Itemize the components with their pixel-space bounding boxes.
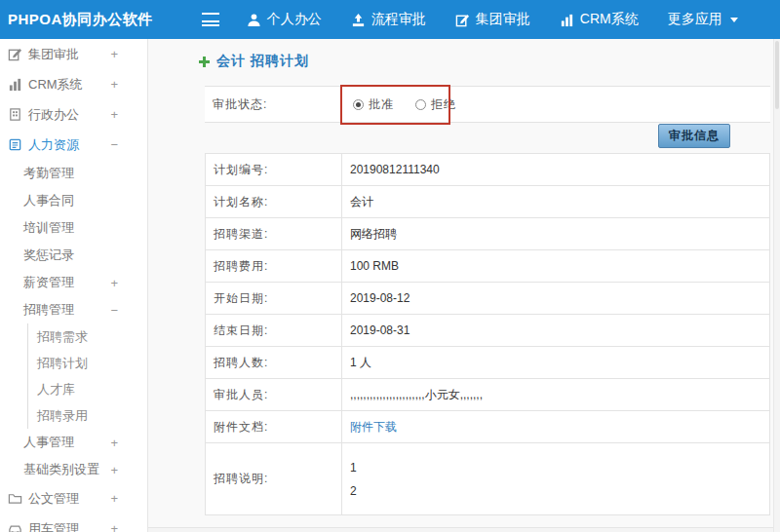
nav-label: 个人办公 (267, 11, 322, 28)
edit-icon (455, 13, 470, 27)
sidebar-item-base-category[interactable]: 基础类别设置 + (0, 456, 147, 483)
nav-label: 更多应用 (668, 11, 722, 28)
sidebar-item-label: 人力资源 (28, 136, 79, 154)
chart-icon (8, 77, 22, 92)
radio-label: 拒绝 (431, 96, 456, 113)
sidebar-item-label: 人才库 (37, 381, 75, 399)
caret-down-icon (730, 18, 738, 22)
field-label: 计划编号: (206, 154, 342, 186)
folder-icon (8, 491, 22, 506)
sidebar-item-label: 招聘计划 (37, 355, 88, 372)
sidebar-item-personnel[interactable]: 人事管理 + (0, 429, 147, 456)
field-label: 结束日期: (206, 315, 342, 347)
sidebar-item-hr[interactable]: 人力资源 − (0, 130, 147, 160)
table-row: 招聘费用: 100 RMB (206, 250, 770, 283)
radio-label: 批准 (369, 96, 394, 113)
sidebar-item-label: 人事管理 (23, 434, 74, 451)
app-title: PHPOA协同办公软件 (8, 11, 153, 29)
table-row: 结束日期: 2019-08-31 (206, 315, 770, 347)
sidebar-item-label: 薪资管理 (23, 274, 74, 291)
nav-label: 集团审批 (476, 11, 530, 28)
field-value: 100 RMB (342, 250, 770, 283)
radio-option-approve[interactable]: 批准 (353, 96, 394, 113)
sidebar-item-document[interactable]: 公文管理 + (0, 483, 147, 513)
approval-info-button[interactable]: 审批信息 (658, 124, 730, 148)
sidebar-item-attendance[interactable]: 考勤管理 (0, 160, 147, 187)
expand-icon[interactable]: + (110, 47, 118, 61)
table-row: 审批人员: ,,,,,,,,,,,,,,,,,,,,,,,小元女,,,,,,, (206, 379, 770, 411)
sidebar-item-hr-contract[interactable]: 人事合同 (0, 187, 147, 214)
radio-button-approve[interactable] (353, 99, 364, 110)
field-value: 1 2 (342, 443, 770, 515)
edit-icon (8, 47, 22, 61)
field-label: 招聘人数: (206, 347, 342, 379)
sidebar-item-talent-pool[interactable]: 人才库 (28, 376, 147, 402)
radio-button-reject[interactable] (415, 99, 426, 110)
sidebar-item-salary[interactable]: 薪资管理 + (0, 269, 147, 296)
sidebar-item-label: 考勤管理 (23, 165, 74, 182)
attachment-download-link[interactable]: 附件下载 (350, 420, 397, 434)
approval-status-label: 审批状态: (205, 87, 341, 122)
field-label: 招聘费用: (206, 250, 342, 283)
sidebar-item-label: 行政办公 (28, 106, 79, 124)
nav-process-approval[interactable]: 流程审批 (351, 11, 426, 28)
sidebar-item-label: 公文管理 (28, 490, 79, 508)
field-value: 网络招聘 (342, 218, 770, 250)
sidebar-item-label: 招聘管理 (23, 301, 74, 319)
sidebar-item-recruitment[interactable]: 招聘管理 − (0, 296, 147, 323)
sidebar-item-label: 人事合同 (23, 192, 74, 209)
sidebar-item-label: 招聘录用 (37, 407, 88, 425)
sidebar-item-recruit-hire[interactable]: 招聘录用 (28, 402, 147, 429)
sidebar-item-vehicle[interactable]: 用车管理 + (0, 513, 147, 532)
table-row: 计划编号: 20190812111340 (206, 154, 770, 186)
collapse-icon[interactable]: − (110, 303, 118, 318)
sidebar-item-label: 奖惩记录 (23, 247, 74, 264)
expand-icon[interactable]: + (110, 276, 118, 290)
expand-icon[interactable]: + (110, 491, 118, 506)
field-label: 附件文档: (206, 411, 342, 443)
nav-personal-office[interactable]: 个人办公 (247, 11, 322, 28)
sidebar-item-recruit-plan[interactable]: 招聘计划 (28, 350, 147, 376)
nav-more-apps[interactable]: 更多应用 (668, 11, 738, 28)
topbar: PHPOA协同办公软件 个人办公 流程审批 集团审批 (0, 0, 780, 39)
table-row: 招聘人数: 1 人 (206, 347, 770, 379)
nav-label: CRM系统 (580, 11, 639, 28)
vertical-scrollbar-thumb[interactable] (775, 41, 779, 109)
nav-label: 流程审批 (371, 11, 426, 28)
sidebar-item-label: 培训管理 (23, 219, 74, 237)
vertical-scrollbar[interactable] (773, 39, 780, 532)
chart-icon (560, 13, 574, 27)
plan-detail-table: 计划编号: 20190812111340 计划名称: 会计 招聘渠道: 网络招聘… (205, 153, 770, 515)
horizontal-scrollbar[interactable] (148, 527, 773, 532)
table-row: 附件文档: 附件下载 (206, 411, 770, 443)
sidebar: 集团审批 + CRM系统 + 行政办公 + 人力资源 − 考勤管理 (0, 39, 148, 532)
field-label: 招聘渠道: (206, 218, 342, 250)
plus-icon (198, 56, 211, 68)
hamburger-menu-icon[interactable] (202, 13, 219, 26)
field-value: ,,,,,,,,,,,,,,,,,,,,,,,小元女,,,,,,, (342, 379, 770, 411)
field-value: 2019-08-31 (342, 315, 770, 347)
sidebar-item-group-approval[interactable]: 集团审批 + (0, 39, 147, 69)
approval-status-options: 批准 拒绝 (341, 87, 770, 122)
expand-icon[interactable]: + (110, 436, 118, 450)
collapse-icon[interactable]: − (110, 137, 118, 152)
field-value: 2019-08-12 (342, 283, 770, 315)
sidebar-item-training[interactable]: 培训管理 (0, 214, 147, 242)
field-label: 审批人员: (206, 379, 342, 411)
expand-icon[interactable]: + (110, 77, 118, 92)
top-navigation: 个人办公 流程审批 集团审批 CRM系统 更多应用 (247, 11, 738, 28)
sidebar-item-crm[interactable]: CRM系统 + (0, 69, 147, 99)
sidebar-item-label: CRM系统 (28, 76, 83, 94)
sidebar-item-label: 基础类别设置 (23, 461, 99, 478)
sidebar-item-rewards[interactable]: 奖惩记录 (0, 242, 147, 269)
expand-icon[interactable]: + (110, 521, 118, 532)
sidebar-item-recruit-demand[interactable]: 招聘需求 (28, 323, 147, 350)
expand-icon[interactable]: + (110, 463, 118, 477)
nav-crm[interactable]: CRM系统 (560, 11, 639, 28)
sidebar-item-label: 集团审批 (28, 46, 79, 63)
nav-group-approval[interactable]: 集团审批 (455, 11, 530, 28)
expand-icon[interactable]: + (110, 107, 118, 122)
sidebar-item-admin-office[interactable]: 行政办公 + (0, 99, 147, 130)
radio-option-reject[interactable]: 拒绝 (415, 96, 456, 113)
table-row: 计划名称: 会计 (206, 186, 770, 218)
